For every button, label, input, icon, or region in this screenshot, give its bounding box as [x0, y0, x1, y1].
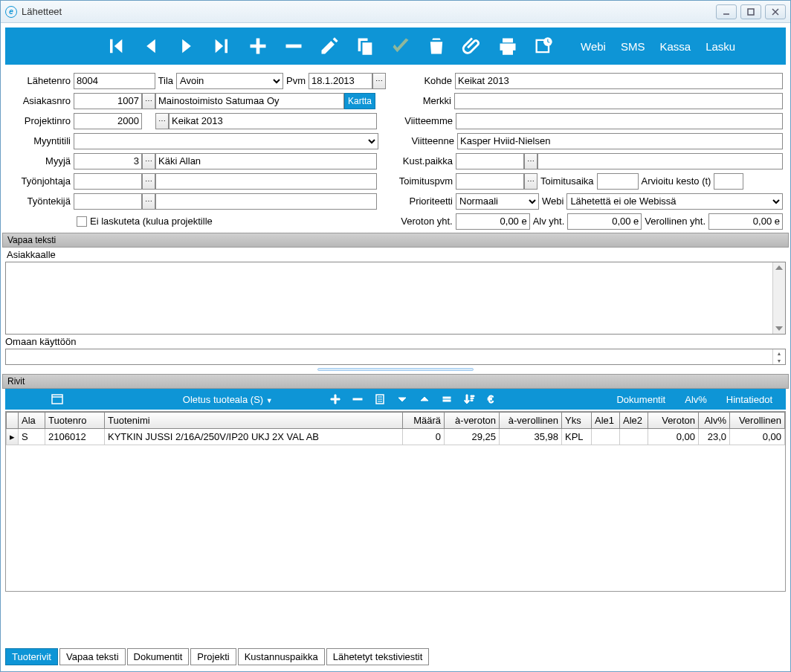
tab-vapaa-teksti[interactable]: Vapaa teksti: [59, 648, 126, 665]
spinner-down-icon[interactable]: ▼: [773, 357, 785, 364]
textarea-scrollbar[interactable]: [772, 262, 785, 334]
splitter-grip[interactable]: [1, 366, 790, 372]
cell-veroton[interactable]: 0,00: [648, 429, 699, 445]
row-equals-icon[interactable]: [438, 390, 456, 408]
arvioitu-input[interactable]: [714, 173, 743, 190]
myyntitili-select[interactable]: [74, 133, 378, 149]
asiakasnimi-input[interactable]: [155, 93, 344, 109]
toimituspvm-input[interactable]: [456, 173, 524, 190]
row-down-icon[interactable]: [393, 390, 411, 408]
add-icon[interactable]: [240, 28, 276, 64]
kustpaikka-lookup-button[interactable]: ⋯: [524, 153, 537, 169]
tab-kustannuspaikka[interactable]: Kustannuspaikka: [238, 648, 325, 665]
kustpaikka-input[interactable]: [456, 153, 524, 169]
cell-ale2[interactable]: [620, 429, 648, 445]
col-yks[interactable]: Yks: [562, 413, 592, 429]
col-ala[interactable]: Ala: [19, 413, 45, 429]
webi-link[interactable]: Webi: [573, 40, 613, 53]
veroton-yht-input[interactable]: [456, 213, 530, 230]
col-ale2[interactable]: Ale2: [620, 413, 648, 429]
row-up-icon[interactable]: [416, 390, 433, 408]
first-icon[interactable]: [97, 28, 133, 64]
lahetenro-input[interactable]: [74, 73, 155, 89]
close-button[interactable]: [765, 4, 786, 19]
row-sort-icon[interactable]: [460, 390, 478, 408]
row-marker[interactable]: ▸: [7, 429, 19, 445]
webi-select[interactable]: Lähetettä ei ole Webissä: [566, 193, 783, 210]
toimitusaika-input[interactable]: [597, 173, 639, 190]
dokumentit-link[interactable]: Dokumentit: [609, 394, 673, 405]
cell-maara[interactable]: 0: [403, 429, 445, 445]
tab-projekti[interactable]: Projekti: [190, 648, 236, 665]
tyonjohtaja-lookup-button[interactable]: ⋯: [142, 173, 155, 190]
prev-icon[interactable]: [133, 28, 169, 64]
kustpaikka-name-input[interactable]: [537, 153, 783, 169]
print-icon[interactable]: [490, 28, 526, 64]
copy-icon[interactable]: [347, 28, 383, 64]
spinner-up-icon[interactable]: ▲: [773, 349, 785, 357]
lasku-link[interactable]: Lasku: [698, 40, 743, 53]
alv-link[interactable]: Alv%: [677, 394, 714, 405]
cell-averollinen[interactable]: 35,98: [500, 429, 562, 445]
cell-tuotenro[interactable]: 2106012: [45, 429, 105, 445]
cell-alv[interactable]: 23,0: [699, 429, 730, 445]
omaan-kayttoon-input[interactable]: ▲▼: [5, 349, 786, 365]
minimize-button[interactable]: [716, 4, 737, 19]
pvm-input[interactable]: [309, 73, 372, 89]
row-euro-icon[interactable]: €: [482, 390, 500, 408]
col-tuotenimi[interactable]: Tuotenimi: [105, 413, 403, 429]
next-icon[interactable]: [169, 28, 204, 64]
verollinen-yht-input[interactable]: [708, 213, 783, 230]
trash-icon[interactable]: [419, 28, 454, 64]
myyja-nro-input[interactable]: [74, 153, 142, 169]
edit-icon[interactable]: [311, 28, 347, 64]
col-averoton[interactable]: à-veroton: [445, 413, 500, 429]
asiakasnro-input[interactable]: [74, 93, 142, 109]
projektinimi-input[interactable]: [169, 113, 377, 129]
kassa-link[interactable]: Kassa: [652, 40, 698, 53]
hintatiedot-link[interactable]: Hintatiedot: [719, 394, 780, 405]
cell-ale1[interactable]: [592, 429, 620, 445]
projektinro-lookup-button[interactable]: ⋯: [155, 113, 169, 129]
row-remove-icon[interactable]: [349, 390, 367, 408]
maximize-button[interactable]: [740, 4, 761, 19]
viitteemme-input[interactable]: [456, 113, 783, 129]
oletus-tuoteala-dropdown[interactable]: Oletus tuoteala (S) ▼: [175, 394, 280, 405]
myyja-nimi-input[interactable]: [155, 153, 377, 169]
cell-ala[interactable]: S: [19, 429, 45, 445]
pvm-picker-button[interactable]: ⋯: [372, 73, 386, 89]
col-ale1[interactable]: Ale1: [592, 413, 620, 429]
row-list-icon[interactable]: [371, 390, 389, 408]
rivit-grid[interactable]: Ala Tuotenro Tuotenimi Määrä à-veroton à…: [5, 411, 786, 592]
tyontekija-name-input[interactable]: [155, 193, 377, 210]
myyja-lookup-button[interactable]: ⋯: [142, 153, 155, 169]
viitteenne-input[interactable]: [457, 133, 783, 149]
asiakasnro-lookup-button[interactable]: ⋯: [142, 93, 155, 109]
cell-yks[interactable]: KPL: [562, 429, 592, 445]
prioriteetti-select[interactable]: Normaali: [456, 193, 539, 210]
ei-laskuteta-checkbox[interactable]: [77, 216, 87, 227]
projektinro-input[interactable]: [74, 113, 142, 129]
merkki-input[interactable]: [454, 93, 783, 109]
last-icon[interactable]: [204, 28, 240, 64]
cell-verollinen[interactable]: 0,00: [730, 429, 785, 445]
tila-select[interactable]: Avoin: [176, 73, 283, 89]
kohde-input[interactable]: [455, 73, 783, 89]
tyontekija-nro-input[interactable]: [74, 193, 142, 210]
schedule-icon[interactable]: [526, 28, 561, 64]
check-icon[interactable]: [383, 28, 419, 64]
tab-tuoterivit[interactable]: Tuoterivit: [5, 648, 58, 665]
alv-yht-input[interactable]: [567, 213, 642, 230]
tyontekija-lookup-button[interactable]: ⋯: [142, 193, 155, 210]
col-verollinen[interactable]: Verollinen: [730, 413, 785, 429]
col-tuotenro[interactable]: Tuotenro: [45, 413, 105, 429]
cell-tuotenimi[interactable]: KYTKIN JUSSI 2/16A/250V/IP20 UKJ 2X VAL …: [105, 429, 403, 445]
toimituspvm-picker-button[interactable]: ⋯: [524, 173, 537, 190]
table-row[interactable]: ▸ S 2106012 KYTKIN JUSSI 2/16A/250V/IP20…: [7, 429, 785, 445]
tyonjohtaja-name-input[interactable]: [155, 173, 377, 190]
asiakkaalle-textarea[interactable]: [5, 262, 786, 335]
kartta-button[interactable]: Kartta: [344, 93, 375, 109]
grid-window-icon[interactable]: [48, 390, 66, 408]
tab-lahetetyt-tekstiviestit[interactable]: Lähetetyt tekstiviestit: [326, 648, 430, 665]
tyonjohtaja-nro-input[interactable]: [74, 173, 142, 190]
